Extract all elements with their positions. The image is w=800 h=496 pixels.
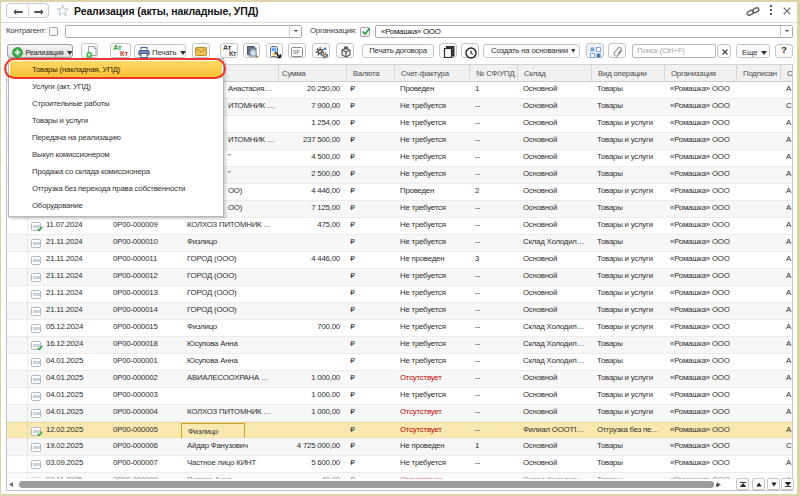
svg-text:SP: SP (293, 49, 300, 55)
